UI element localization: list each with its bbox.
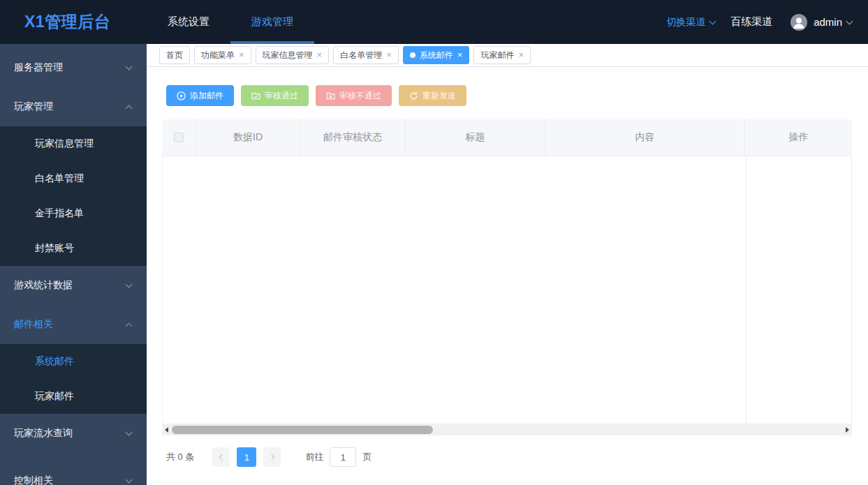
sidebar-item-label: 控制相关 bbox=[14, 475, 53, 485]
tab-label: 玩家邮件 bbox=[480, 50, 514, 61]
next-page-button[interactable] bbox=[263, 447, 281, 467]
switch-channel-label: 切换渠道 bbox=[666, 16, 705, 29]
sidebar-item-control-related[interactable]: 控制相关 bbox=[0, 461, 147, 485]
sidebar-item-player-mail[interactable]: 玩家邮件 bbox=[0, 379, 147, 414]
chevron-down-icon bbox=[126, 429, 133, 436]
tab-player-info[interactable]: 玩家信息管理 × bbox=[256, 46, 330, 64]
folder-checked-icon bbox=[251, 91, 260, 100]
chevron-down-icon bbox=[846, 17, 853, 24]
sidebar-submenu-player: 玩家信息管理 白名单管理 金手指名单 封禁账号 bbox=[0, 126, 147, 266]
total-count-label: 共 0 条 bbox=[166, 451, 194, 463]
horizontal-scrollbar[interactable] bbox=[162, 424, 852, 435]
sidebar-subitem-label: 玩家信息管理 bbox=[35, 137, 94, 150]
sidebar-item-cheat-list[interactable]: 金手指名单 bbox=[0, 196, 147, 231]
column-header-review-status: 邮件审核状态 bbox=[300, 119, 406, 156]
sidebar-item-system-mail[interactable]: 系统邮件 bbox=[0, 344, 147, 379]
close-icon[interactable]: × bbox=[239, 52, 244, 59]
column-header-title: 标题 bbox=[406, 119, 545, 156]
button-label: 添加邮件 bbox=[190, 90, 223, 102]
column-header-action: 操作 bbox=[745, 119, 852, 156]
nav-item-game-management[interactable]: 游戏管理 bbox=[230, 0, 314, 44]
toolbar: 添加邮件 审核通过 审核不通过 重新发送 bbox=[166, 85, 868, 106]
select-all-checkbox[interactable] bbox=[174, 133, 184, 142]
goto-page-input[interactable] bbox=[330, 447, 356, 467]
sidebar: 服务器管理 玩家管理 玩家信息管理 白名单管理 金手指名单 封禁账号 游戏统计数… bbox=[0, 44, 147, 485]
sidebar-item-label: 玩家管理 bbox=[14, 100, 53, 113]
chevron-up-icon bbox=[126, 322, 133, 329]
triangle-right-icon bbox=[846, 427, 849, 433]
sidebar-item-player-info[interactable]: 玩家信息管理 bbox=[0, 126, 147, 161]
sidebar-item-whitelist[interactable]: 白名单管理 bbox=[0, 161, 147, 196]
resend-button[interactable]: 重新发送 bbox=[399, 85, 466, 106]
tab-home[interactable]: 首页 bbox=[159, 46, 190, 64]
approve-button[interactable]: 审核通过 bbox=[241, 85, 309, 106]
avatar bbox=[790, 14, 807, 31]
button-label: 审核通过 bbox=[265, 90, 298, 102]
chevron-down-icon bbox=[709, 17, 716, 24]
chevron-right-icon bbox=[269, 454, 274, 460]
sidebar-item-game-statistics[interactable]: 游戏统计数据 bbox=[0, 266, 147, 305]
close-icon[interactable]: × bbox=[518, 52, 524, 59]
topbar-right: 切换渠道 百练渠道 admin bbox=[666, 14, 868, 31]
tab-label: 白名单管理 bbox=[340, 50, 382, 61]
fixed-column-divider bbox=[746, 156, 746, 424]
nav-item-system-settings[interactable]: 系统设置 bbox=[147, 0, 230, 44]
reject-button[interactable]: 审核不通过 bbox=[316, 85, 392, 106]
scrollbar-thumb[interactable] bbox=[172, 426, 433, 434]
sidebar-submenu-mail: 系统邮件 玩家邮件 bbox=[0, 344, 147, 414]
active-nav-underline bbox=[230, 41, 314, 44]
select-all-cell bbox=[162, 119, 196, 156]
sidebar-item-server-management[interactable]: 服务器管理 bbox=[0, 48, 147, 87]
add-mail-button[interactable]: 添加邮件 bbox=[166, 85, 234, 106]
sidebar-subitem-label: 封禁账号 bbox=[35, 242, 74, 255]
folder-remove-icon bbox=[326, 91, 335, 100]
button-label: 审核不通过 bbox=[339, 90, 381, 102]
user-menu[interactable]: admin bbox=[790, 14, 852, 31]
sidebar-item-mail-related[interactable]: 邮件相关 bbox=[0, 305, 147, 344]
close-icon[interactable]: × bbox=[386, 52, 392, 59]
sidebar-item-label: 邮件相关 bbox=[14, 318, 53, 331]
column-header-content: 内容 bbox=[545, 119, 745, 156]
tab-label: 系统邮件 bbox=[420, 50, 453, 61]
prev-page-button[interactable] bbox=[212, 447, 230, 467]
tab-label: 玩家信息管理 bbox=[263, 50, 313, 61]
goto-label: 前往 bbox=[305, 451, 323, 463]
main-content: 首页 功能菜单 × 玩家信息管理 × 白名单管理 × 系统邮件 × 玩家邮件 × bbox=[147, 44, 868, 485]
tabs-view-bar: 首页 功能菜单 × 玩家信息管理 × 白名单管理 × 系统邮件 × 玩家邮件 × bbox=[147, 44, 868, 67]
tab-function-menu[interactable]: 功能菜单 × bbox=[194, 46, 251, 64]
scroll-left-arrow[interactable] bbox=[162, 424, 171, 435]
pagination: 共 0 条 1 前往 页 bbox=[166, 447, 372, 468]
goto-page-group: 前往 页 bbox=[305, 447, 372, 467]
tab-player-mail[interactable]: 玩家邮件 × bbox=[473, 46, 531, 64]
page-number-button[interactable]: 1 bbox=[237, 447, 256, 467]
topbar: X1管理后台 系统设置 游戏管理 切换渠道 百练渠道 admin bbox=[0, 0, 868, 44]
chevron-left-icon bbox=[219, 454, 225, 460]
close-icon[interactable]: × bbox=[457, 52, 463, 59]
triangle-left-icon bbox=[165, 427, 168, 433]
switch-channel-dropdown[interactable]: 切换渠道 bbox=[666, 16, 715, 29]
sidebar-item-label: 游戏统计数据 bbox=[14, 279, 73, 292]
tab-label: 首页 bbox=[166, 50, 183, 61]
tab-system-mail[interactable]: 系统邮件 × bbox=[403, 46, 470, 64]
user-icon bbox=[790, 14, 807, 31]
chevron-down-icon bbox=[126, 477, 133, 484]
table-header: 数据ID 邮件审核状态 标题 内容 操作 bbox=[162, 119, 852, 156]
tab-label: 功能菜单 bbox=[201, 50, 235, 61]
mail-table: 数据ID 邮件审核状态 标题 内容 操作 bbox=[162, 119, 852, 424]
close-icon[interactable]: × bbox=[317, 52, 323, 59]
sidebar-item-banned-accounts[interactable]: 封禁账号 bbox=[0, 231, 147, 266]
chevron-down-icon bbox=[126, 64, 133, 70]
column-header-data-id: 数据ID bbox=[196, 119, 300, 156]
active-tab-dot bbox=[410, 52, 415, 58]
sidebar-item-label: 服务器管理 bbox=[14, 61, 63, 74]
sidebar-item-player-management[interactable]: 玩家管理 bbox=[0, 87, 147, 126]
scroll-right-arrow[interactable] bbox=[843, 424, 852, 435]
nav-label: 游戏管理 bbox=[251, 15, 293, 29]
tab-whitelist[interactable]: 白名单管理 × bbox=[333, 46, 399, 64]
refresh-icon bbox=[409, 91, 418, 100]
table-body-empty bbox=[162, 156, 852, 424]
sidebar-item-player-flow-query[interactable]: 玩家流水查询 bbox=[0, 414, 147, 453]
sidebar-item-label: 玩家流水查询 bbox=[14, 427, 73, 440]
chevron-down-icon bbox=[126, 281, 133, 288]
chevron-up-icon bbox=[126, 105, 133, 112]
